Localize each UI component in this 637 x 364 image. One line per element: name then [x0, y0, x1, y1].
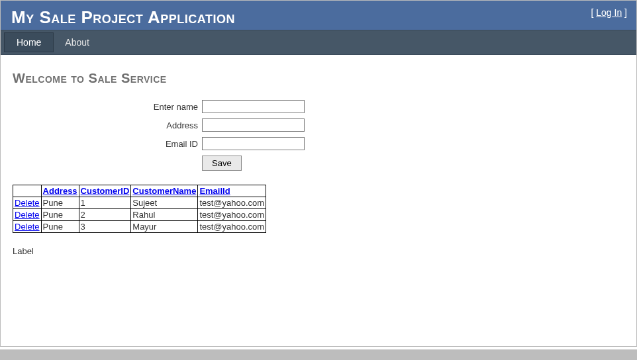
- name-input[interactable]: [202, 100, 305, 113]
- delete-link[interactable]: Delete: [15, 222, 40, 232]
- cell-address: Pune: [41, 221, 79, 233]
- header-emailid[interactable]: EmailId: [199, 186, 230, 196]
- footer-strip: [0, 349, 637, 360]
- save-button[interactable]: Save: [202, 156, 242, 171]
- table-row: Delete Pune 2 Rahul test@yahoo.com: [13, 209, 266, 221]
- cell-address: Pune: [41, 209, 79, 221]
- table-row: Delete Pune 3 Mayur test@yahoo.com: [13, 221, 266, 233]
- delete-link[interactable]: Delete: [15, 210, 40, 220]
- page-title: Welcome to Sale Service: [13, 71, 624, 86]
- cell-customername: Mayur: [131, 221, 198, 233]
- name-label: Enter name: [120, 98, 199, 115]
- login-area: [ Log In ]: [591, 7, 628, 18]
- cell-customerid: 2: [79, 209, 131, 221]
- cell-customerid: 3: [79, 221, 131, 233]
- entry-form: Enter name Address Email ID Save: [119, 97, 307, 174]
- header-customerid[interactable]: CustomerID: [81, 186, 130, 196]
- email-input[interactable]: [202, 137, 305, 150]
- app-header: My Sale Project Application [ Log In ]: [1, 1, 636, 30]
- cell-customername: Rahul: [131, 209, 198, 221]
- cell-emailid: test@yahoo.com: [198, 209, 266, 221]
- cell-customerid: 1: [79, 197, 131, 209]
- top-nav: Home About: [1, 30, 636, 55]
- delete-link[interactable]: Delete: [15, 198, 40, 208]
- app-title: My Sale Project Application: [11, 7, 235, 27]
- nav-home[interactable]: Home: [5, 33, 53, 52]
- cell-customername: Sujeet: [131, 197, 198, 209]
- header-blank: [13, 185, 42, 197]
- table-row: Delete Pune 1 Sujeet test@yahoo.com: [13, 197, 266, 209]
- login-link[interactable]: Log In: [596, 7, 622, 18]
- table-header-row: Address CustomerID CustomerName EmailId: [13, 185, 266, 197]
- nav-about[interactable]: About: [53, 33, 101, 52]
- cell-emailid: test@yahoo.com: [198, 197, 266, 209]
- email-label: Email ID: [120, 135, 199, 152]
- status-label: Label: [13, 246, 624, 256]
- customers-table: Address CustomerID CustomerName EmailId …: [13, 185, 266, 233]
- content-area: Welcome to Sale Service Enter name Addre…: [1, 55, 636, 346]
- header-address[interactable]: Address: [43, 186, 77, 196]
- address-input[interactable]: [202, 118, 305, 132]
- cell-address: Pune: [41, 197, 79, 209]
- cell-emailid: test@yahoo.com: [198, 221, 266, 233]
- address-label: Address: [120, 116, 199, 134]
- header-customername[interactable]: CustomerName: [132, 186, 196, 196]
